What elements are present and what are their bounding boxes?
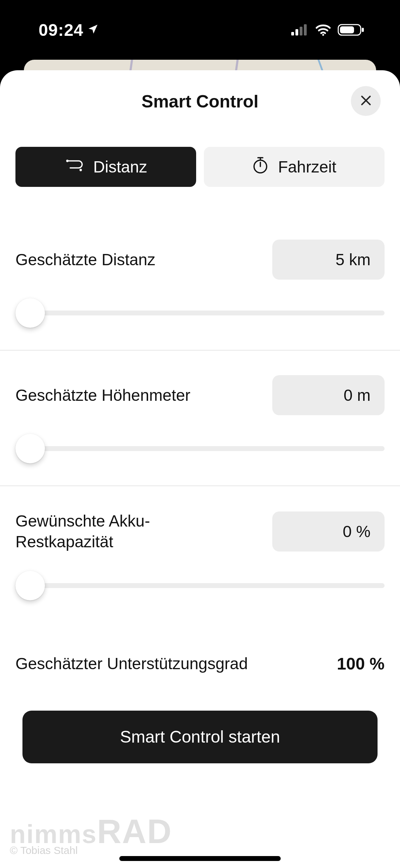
svg-rect-6 [340,26,354,33]
support-value: 100 % [337,654,385,673]
battery-label: Gewünschte Akku-Restkapazität [15,511,233,552]
svg-rect-7 [362,28,364,32]
tab-distance-label: Distanz [93,157,147,176]
tab-time[interactable]: Fahrzeit [204,147,385,187]
distance-slider[interactable] [15,301,385,325]
section-battery: Gewünschte Akku-Restkapazität 0 % [0,486,400,622]
elevation-value: 0 m [272,375,385,415]
start-smart-control-button[interactable]: Smart Control starten [22,711,378,763]
slider-thumb[interactable] [15,298,45,328]
location-arrow-icon [87,23,99,37]
slider-track [15,446,385,451]
distance-label: Geschätzte Distanz [15,249,155,270]
elevation-label: Geschätzte Höhenmeter [15,385,191,406]
svg-rect-1 [295,29,298,35]
section-distance: Geschätzte Distanz 5 km [0,215,400,351]
status-time: 09:24 [39,20,84,40]
stopwatch-icon [252,156,269,178]
section-elevation: Geschätzte Höhenmeter 0 m [0,351,400,486]
battery-value: 0 % [272,511,385,552]
status-right [291,23,365,37]
status-left: 09:24 [39,20,99,40]
distance-value: 5 km [272,240,385,280]
support-level-row: Geschätzter Unterstützungsgrad 100 % [0,622,400,691]
watermark: nimmsRAD © Tobias Stahl [10,817,172,855]
status-bar: 09:24 [0,0,400,60]
support-label: Geschätzter Unterstützungsgrad [15,654,248,673]
svg-point-4 [322,34,324,36]
slider-track [15,311,385,315]
tab-distance[interactable]: Distanz [15,147,196,187]
svg-rect-2 [300,27,302,35]
sheet-header: Smart Control [0,70,400,133]
sheet-title: Smart Control [141,91,258,112]
close-icon [359,93,373,109]
route-icon [65,157,84,177]
cellular-icon [291,24,309,35]
smart-control-sheet: Smart Control Distanz [0,70,400,868]
wifi-icon [315,24,331,36]
battery-slider[interactable] [15,573,385,598]
elevation-slider[interactable] [15,436,385,461]
slider-thumb[interactable] [15,571,45,600]
svg-point-9 [79,169,82,171]
close-button[interactable] [351,86,381,116]
svg-rect-3 [304,24,307,35]
start-button-label: Smart Control starten [120,727,280,746]
slider-thumb[interactable] [15,434,45,463]
battery-icon [338,23,365,37]
mode-segmented-control: Distanz Fahrzeit [0,147,400,187]
slider-track [15,583,385,588]
tab-time-label: Fahrzeit [278,157,336,176]
svg-rect-0 [291,32,294,35]
watermark-brand-2: RAD [97,812,172,850]
home-indicator[interactable] [119,856,281,861]
